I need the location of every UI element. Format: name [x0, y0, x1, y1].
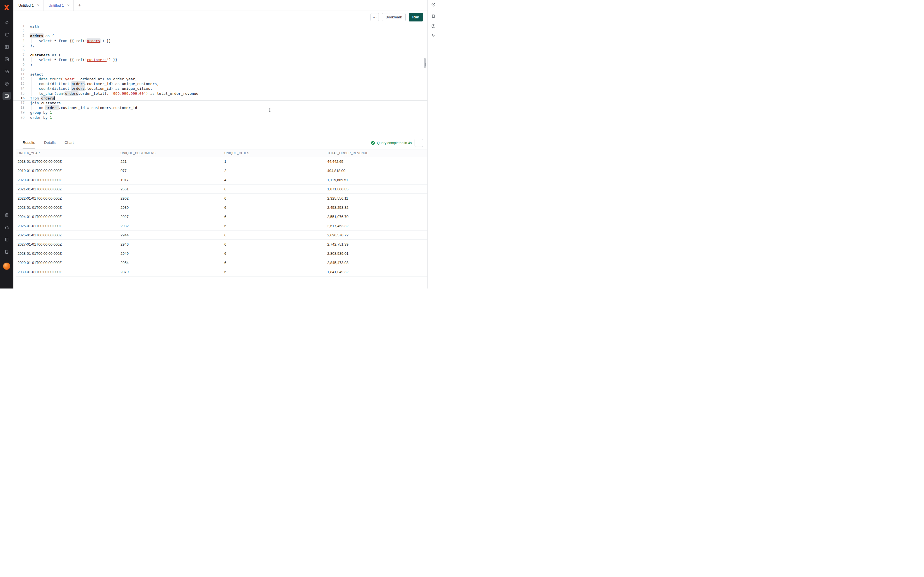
sidebar-item-sql-cell[interactable]	[3, 55, 11, 63]
more-options-button[interactable]: ⋯	[370, 13, 379, 21]
code-line-10[interactable]: 10	[13, 67, 427, 72]
code-line-17[interactable]: 17join customers	[13, 101, 427, 105]
line-number: 10	[16, 67, 27, 72]
code-line-13[interactable]: 13 count(distinct orders.customer_id) as…	[13, 81, 427, 86]
editor-scrollbar-thumb[interactable]	[424, 58, 426, 68]
code-line-content: )	[30, 63, 32, 67]
code-editor-lines: 1with23orders as (4 select * from {{ ref…	[13, 24, 427, 120]
bookmark-button[interactable]: Bookmark	[382, 13, 405, 21]
hex-logo[interactable]	[3, 4, 10, 11]
new-tab-button[interactable]: +	[74, 0, 86, 11]
code-line-11[interactable]: 11select	[13, 72, 427, 77]
document-tab-2[interactable]: Untitled 1 ×	[44, 0, 74, 11]
indent-guide	[31, 105, 32, 110]
document-tabbar: Untitled 1 × Untitled 1 × +	[13, 0, 427, 11]
rail-item-bookmark[interactable]	[430, 12, 437, 20]
document-tab-1[interactable]: Untitled 1 ×	[13, 0, 44, 11]
rail-item-magic-cursor[interactable]	[430, 32, 437, 40]
table-cell: 2954	[119, 258, 222, 267]
rail-item-explore[interactable]	[430, 0, 437, 8]
sidebar-item-home[interactable]	[3, 18, 11, 26]
line-number: 8	[16, 57, 27, 62]
tab-chart[interactable]: Chart	[65, 137, 74, 149]
code-line-content: ),	[30, 43, 35, 48]
query-status: Query completed in 4s	[371, 141, 412, 145]
table-cell: 977	[119, 166, 222, 175]
components-icon	[5, 69, 9, 74]
sidebar-item-apps[interactable]	[3, 43, 11, 51]
code-line-15[interactable]: 15 to_char(sum(orders.order_total), '999…	[13, 91, 427, 96]
scrollbar-marker	[425, 63, 426, 66]
column-header[interactable]: ORDER_YEAR	[16, 150, 119, 157]
sidebar-item-docs[interactable]	[3, 235, 11, 243]
sidebar-item-calculator[interactable]	[3, 248, 11, 256]
table-cell: 2026-01-01T00:00:00.000Z	[16, 230, 119, 240]
close-icon[interactable]: ×	[67, 3, 69, 7]
table-cell: 2944	[119, 230, 222, 240]
table-row[interactable]: 2019-01-01T00:00:00.000Z9772494,818.00	[16, 166, 427, 175]
rail-item-history[interactable]	[430, 22, 437, 30]
code-line-2[interactable]: 2	[13, 29, 427, 34]
code-line-8[interactable]: 8 select * from {{ ref('customers') }}	[13, 57, 427, 62]
code-line-9[interactable]: 9)	[13, 63, 427, 67]
sidebar-item-terminal[interactable]	[3, 92, 11, 100]
code-line-14[interactable]: 14 count(distinct orders.location_id) as…	[13, 86, 427, 91]
line-number: 18	[16, 105, 27, 110]
code-line-3[interactable]: 3orders as (	[13, 34, 427, 38]
run-button[interactable]: Run	[409, 13, 423, 21]
table-row[interactable]: 2023-01-01T00:00:00.000Z293062,453,253.3…	[16, 203, 427, 212]
magic-cursor-icon	[431, 34, 436, 38]
code-line-20[interactable]: 20order by 1	[13, 115, 427, 120]
code-line-4[interactable]: 4 select * from {{ ref('orders') }}	[13, 39, 427, 43]
table-cell: 2,453,253.32	[325, 203, 427, 212]
tab-details[interactable]: Details	[44, 137, 55, 149]
sidebar-item-support[interactable]	[3, 223, 11, 231]
table-row[interactable]: 2028-01-01T00:00:00.000Z294962,808,539.0…	[16, 249, 427, 258]
sidebar-item-explore[interactable]	[3, 79, 11, 88]
table-cell: 2022-01-01T00:00:00.000Z	[16, 194, 119, 203]
code-line-content: join customers	[30, 101, 61, 105]
table-row[interactable]: 2024-01-01T00:00:00.000Z292762,551,076.7…	[16, 212, 427, 221]
table-cell: 6	[222, 185, 325, 194]
table-row[interactable]: 2025-01-01T00:00:00.000Z293262,617,453.3…	[16, 221, 427, 230]
sidebar-item-clipboard[interactable]	[3, 211, 11, 219]
code-line-19[interactable]: 19group by 1	[13, 110, 427, 115]
code-line-content: order by 1	[30, 115, 52, 120]
table-cell: 1	[222, 157, 325, 166]
sidebar-item-projects[interactable]	[3, 31, 11, 39]
code-line-18[interactable]: 18 on orders.customer_id = customers.cus…	[13, 105, 427, 110]
column-header[interactable]: TOTAL_ORDER_REVENUE	[325, 150, 427, 157]
table-row[interactable]: 2027-01-01T00:00:00.000Z294662,742,751.3…	[16, 240, 427, 249]
sidebar-item-components[interactable]	[3, 67, 11, 76]
column-header[interactable]: UNIQUE_CUSTOMERS	[119, 150, 222, 157]
table-cell: 2021-01-01T00:00:00.000Z	[16, 185, 119, 194]
user-avatar[interactable]	[3, 263, 10, 270]
table-row[interactable]: 2029-01-01T00:00:00.000Z295462,845,473.9…	[16, 258, 427, 267]
line-number: 1	[16, 24, 27, 29]
code-line-7[interactable]: 7customers as (	[13, 53, 427, 57]
code-line-5[interactable]: 5),	[13, 43, 427, 48]
code-line-content: orders as (	[30, 34, 54, 38]
close-icon[interactable]: ×	[37, 3, 39, 7]
code-line-6[interactable]: 6	[13, 48, 427, 53]
sql-cell-icon	[5, 57, 9, 61]
code-line-1[interactable]: 1with	[13, 24, 427, 29]
table-cell: 2,808,539.01	[325, 249, 427, 258]
code-line-16[interactable]: 16from orders	[13, 96, 427, 101]
tab-results[interactable]: Results	[23, 137, 35, 149]
code-line-12[interactable]: 12 date_trunc('year', ordered_at) as ord…	[13, 77, 427, 81]
table-row[interactable]: 2026-01-01T00:00:00.000Z294462,690,570.7…	[16, 230, 427, 240]
table-row[interactable]: 2030-01-01T00:00:00.000Z287961,841,049.3…	[16, 267, 427, 277]
table-cell: 2661	[119, 185, 222, 194]
table-row[interactable]: 2020-01-01T00:00:00.000Z191741,115,869.5…	[16, 175, 427, 185]
code-line-content: date_trunc('year', ordered_at) as order_…	[30, 77, 137, 81]
column-header[interactable]: UNIQUE_CITIES	[222, 150, 325, 157]
table-row[interactable]: 2018-01-01T00:00:00.000Z221144,442.65	[16, 157, 427, 166]
results-more-button[interactable]: ⋯	[415, 139, 423, 147]
status-text: Query completed in 4s	[377, 141, 412, 145]
sql-editor[interactable]: 1with23orders as (4 select * from {{ ref…	[13, 23, 427, 137]
table-cell: 2027-01-01T00:00:00.000Z	[16, 240, 119, 249]
table-cell: 1917	[119, 175, 222, 185]
table-row[interactable]: 2021-01-01T00:00:00.000Z266161,871,800.8…	[16, 185, 427, 194]
table-row[interactable]: 2022-01-01T00:00:00.000Z290262,325,556.1…	[16, 194, 427, 203]
